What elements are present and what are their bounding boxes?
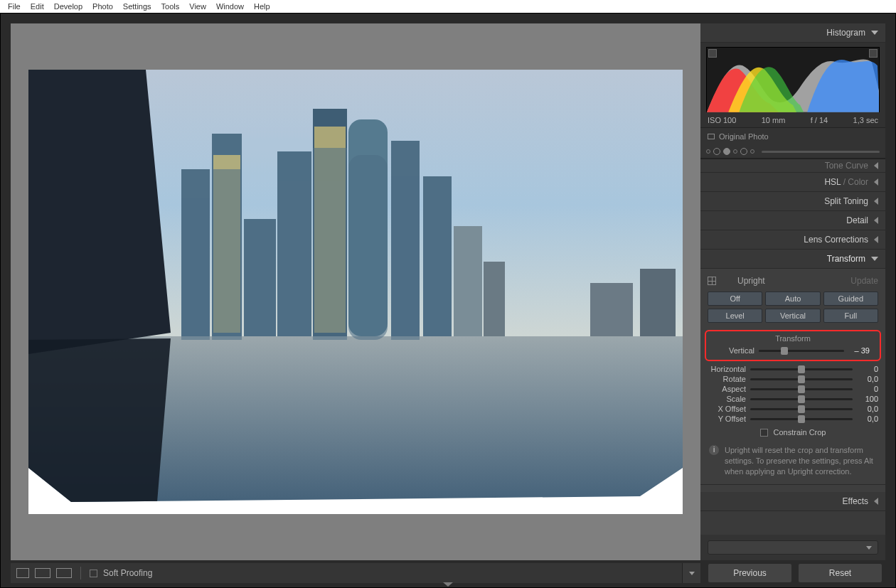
hsl-color-header[interactable]: HSL / Color (700, 173, 885, 192)
slider-horizontal[interactable]: Horizontal 0 (700, 364, 885, 374)
upright-level-button[interactable]: Level (708, 309, 762, 323)
slider-value[interactable]: 0,0 (857, 375, 878, 383)
lens-corrections-label: Lens Corrections (804, 235, 868, 245)
slider-value[interactable]: 0 (857, 365, 878, 373)
slider-scale[interactable]: Scale 100 (700, 394, 885, 404)
soft-proofing-label: Soft Proofing (103, 568, 152, 578)
radial-tool-icon[interactable] (740, 148, 747, 155)
menu-help[interactable]: Help (249, 1, 275, 12)
svg-marker-23 (28, 338, 171, 511)
transform-highlight: Transform Vertical – 39 (705, 330, 881, 361)
upright-off-button[interactable]: Off (708, 292, 762, 306)
brush-tool-icon[interactable] (750, 149, 754, 154)
slider-yoffset[interactable]: Y Offset 0,0 (700, 414, 885, 424)
upright-label: Upright (737, 276, 765, 286)
exif-shutter: 1,3 sec (853, 116, 878, 124)
menu-view[interactable]: View (184, 1, 211, 12)
tone-curve-label: Tone Curve (825, 161, 868, 171)
upright-grid-icon[interactable] (708, 277, 716, 285)
menu-file[interactable]: File (3, 1, 26, 12)
upright-info-note: i Upright will reset the crop and transf… (700, 442, 885, 485)
svg-rect-20 (313, 148, 347, 340)
constrain-crop-row[interactable]: Constrain Crop (700, 424, 885, 442)
menu-settings[interactable]: Settings (118, 1, 156, 12)
slider-value[interactable]: – 39 (848, 346, 870, 355)
soft-proofing-checkbox[interactable] (90, 570, 97, 577)
exif-row: ISO 100 10 mm f / 14 1,3 sec (706, 112, 880, 124)
slider-thumb[interactable] (798, 395, 805, 403)
transform-subtitle: Transform (709, 334, 877, 346)
upright-vertical-button[interactable]: Vertical (765, 309, 820, 323)
constrain-crop-checkbox[interactable] (760, 429, 768, 437)
menu-photo[interactable]: Photo (87, 1, 118, 12)
svg-rect-14 (590, 283, 633, 336)
slider-thumb[interactable] (798, 415, 805, 423)
transform-header[interactable]: Transform (700, 250, 885, 269)
slider-thumb[interactable] (798, 385, 805, 393)
upright-guided-button[interactable]: Guided (823, 292, 878, 306)
chevron-left-icon (874, 162, 878, 169)
chevron-left-icon (874, 178, 878, 186)
upright-update-button[interactable]: Update (850, 276, 878, 286)
gradient-tool-icon[interactable] (733, 149, 737, 154)
reset-button[interactable]: Reset (798, 563, 882, 583)
menu-window[interactable]: Window (211, 1, 249, 12)
histogram-chart[interactable] (706, 47, 880, 112)
spot-tool-icon[interactable] (713, 148, 720, 155)
slider-value[interactable]: 0,0 (857, 405, 878, 413)
view-compare-icon[interactable] (35, 568, 50, 578)
svg-rect-13 (484, 262, 505, 336)
svg-marker-3 (28, 70, 171, 354)
slider-thumb[interactable] (798, 365, 805, 373)
chevron-left-icon (874, 217, 878, 224)
hsl-label: HSL / Color (824, 177, 868, 187)
upright-full-button[interactable]: Full (823, 309, 878, 323)
chevron-left-icon (874, 236, 878, 243)
redeye-tool-icon[interactable] (723, 148, 730, 155)
chevron-down-icon (871, 31, 878, 35)
detail-label: Detail (846, 215, 868, 225)
menu-develop[interactable]: Develop (49, 1, 87, 12)
slider-value[interactable]: 100 (857, 395, 878, 403)
upright-auto-button[interactable]: Auto (765, 292, 820, 306)
detail-header[interactable]: Detail (700, 211, 885, 230)
slider-aspect[interactable]: Aspect 0 (700, 384, 885, 394)
crop-tool-icon[interactable] (706, 149, 710, 154)
exif-iso: ISO 100 (708, 116, 736, 124)
previous-button[interactable]: Previous (708, 563, 792, 583)
menu-tools[interactable]: Tools (156, 1, 185, 12)
preset-dropdown[interactable] (708, 540, 878, 555)
split-toning-header[interactable]: Split Toning (700, 192, 885, 211)
effects-header[interactable]: Effects (700, 492, 885, 511)
slider-xoffset[interactable]: X Offset 0,0 (700, 404, 885, 414)
photo-viewport[interactable] (11, 23, 700, 560)
slider-thumb[interactable] (798, 405, 805, 413)
tone-curve-header[interactable]: Tone Curve (700, 159, 885, 173)
exif-focal: 10 mm (762, 116, 786, 124)
split-toning-label: Split Toning (824, 196, 868, 206)
slider-vertical[interactable]: Vertical – 39 (709, 346, 877, 356)
view-loupe-icon[interactable] (16, 568, 29, 578)
histogram-header[interactable]: Histogram (700, 23, 885, 43)
slider-value[interactable]: 0,0 (857, 415, 878, 423)
svg-rect-18 (181, 198, 210, 340)
original-photo-toggle[interactable]: Original Photo (700, 127, 885, 145)
view-before-after-icon[interactable] (56, 568, 72, 578)
slider-thumb[interactable] (781, 347, 788, 355)
transform-body: Upright Update Off Auto Guided Level Ver… (700, 269, 885, 492)
svg-rect-12 (454, 226, 482, 336)
lens-corrections-header[interactable]: Lens Corrections (700, 230, 885, 250)
develop-panel: Histogram ISO 100 10 (700, 23, 885, 560)
filmstrip-toggle-icon[interactable] (443, 582, 453, 587)
histogram-box: ISO 100 10 mm f / 14 1,3 sec (700, 43, 885, 127)
bottom-bar: Soft Proofing Previous Reset (11, 563, 885, 583)
svg-rect-19 (212, 169, 242, 340)
chevron-down-icon (871, 257, 878, 261)
menu-edit[interactable]: Edit (26, 1, 49, 12)
slider-rotate[interactable]: Rotate 0,0 (700, 374, 885, 384)
info-icon: i (709, 445, 719, 455)
toolbar-options-dropdown[interactable] (682, 563, 700, 583)
slider-thumb[interactable] (798, 375, 805, 383)
slider-value[interactable]: 0 (857, 385, 878, 393)
tool-slider[interactable] (762, 151, 880, 153)
